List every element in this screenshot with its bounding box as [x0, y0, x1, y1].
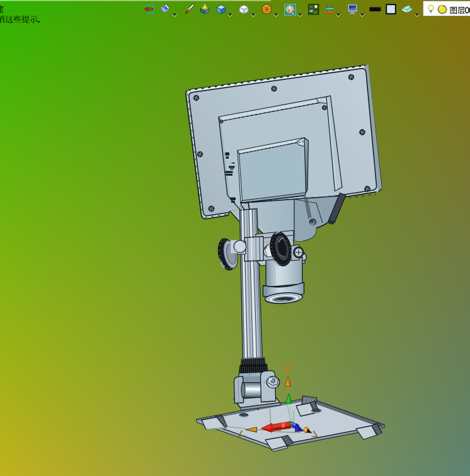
monitor-icon [347, 4, 358, 15]
segmented-sphere-button[interactable] [261, 4, 273, 15]
screw-icon [193, 95, 199, 101]
hinge-bracket[interactable] [234, 371, 281, 411]
wireframe-cube-button[interactable] [238, 4, 249, 15]
screw-icon [360, 130, 365, 135]
open-box-icon [199, 4, 210, 15]
screw-icon [272, 86, 277, 91]
exit-sketch-button[interactable] [144, 4, 156, 15]
exit-return-icon [144, 4, 156, 15]
layer-color-circle-icon [437, 4, 447, 14]
eraser-dropdown-chevron[interactable] [415, 8, 420, 11]
hex-nut [267, 377, 279, 388]
open-box-button[interactable] [199, 4, 210, 15]
application-window: Y [0, 0, 470, 476]
paintbrush-icon [184, 4, 195, 15]
screw-icon [209, 206, 214, 212]
line-width-button[interactable] [369, 6, 381, 17]
eraser-button[interactable] [401, 4, 413, 15]
segmented-sphere-icon [261, 4, 273, 15]
display-dropdown-chevron[interactable] [360, 8, 365, 11]
screw-icon [322, 105, 326, 110]
workbench-button[interactable] [323, 4, 334, 15]
screw-icon [365, 186, 370, 192]
shaded-cube-button[interactable] [215, 4, 227, 15]
eraser-icon [401, 4, 413, 15]
render-scene-button[interactable] [308, 4, 319, 15]
screw-icon [220, 120, 223, 123]
line-width-swatch-icon [369, 6, 381, 13]
light-bulb-icon [428, 5, 434, 13]
sketch-dropdown-chevron[interactable] [172, 8, 177, 11]
zoom-dropdown-chevron[interactable] [297, 8, 302, 11]
workbench-dropdown-chevron[interactable] [336, 8, 341, 11]
paintbrush-button[interactable] [184, 4, 195, 15]
sketch-plane-icon [159, 4, 171, 15]
viewport-3d[interactable]: Y [0, 0, 470, 476]
magnifier-icon [284, 4, 296, 16]
wireframe-cube-icon [238, 4, 249, 15]
viewport-background [0, 0, 470, 476]
screw-icon [197, 152, 203, 157]
sphere-dropdown-chevron[interactable] [273, 8, 278, 11]
layer-combobox[interactable]: 图层00 [423, 1, 470, 16]
sketch-plane-button[interactable] [159, 4, 171, 15]
workbench-icon [323, 4, 334, 15]
hinge-pin [243, 383, 264, 398]
scene-dots-icon [308, 4, 319, 15]
wireframe-cube-dropdown-chevron[interactable] [251, 8, 256, 11]
display-button[interactable] [347, 4, 358, 15]
color-swatch-button[interactable] [386, 4, 397, 15]
screw-icon [348, 74, 354, 80]
zoom-tool-button[interactable] [284, 4, 295, 15]
color-swatch-icon [386, 4, 397, 15]
shaded-cube-dropdown-chevron[interactable] [227, 8, 232, 11]
mount-pin [309, 219, 316, 225]
shaded-cube-icon [215, 4, 227, 15]
svg-text:Y: Y [282, 365, 288, 375]
layer-label-glyphs [450, 7, 470, 14]
